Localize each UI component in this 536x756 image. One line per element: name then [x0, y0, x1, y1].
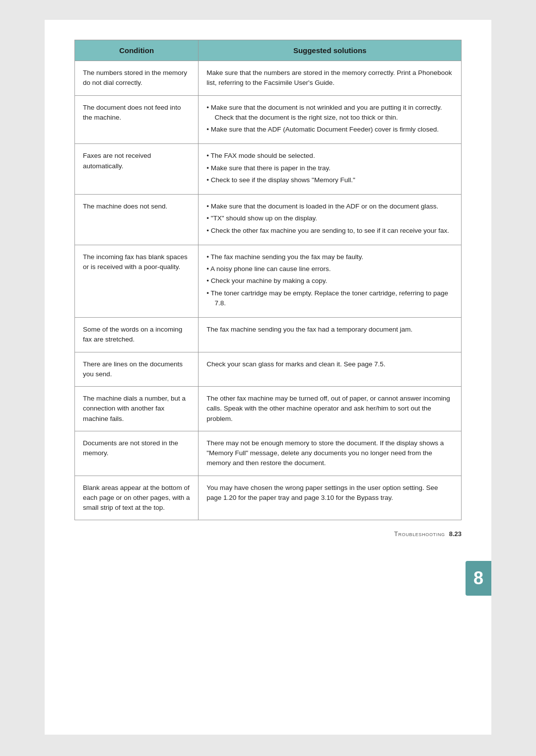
table-row-condition-3: The machine does not send.	[75, 195, 199, 245]
list-item: Make sure that the document is not wrink…	[206, 103, 453, 123]
list-item: A noisy phone line can cause line errors…	[206, 264, 453, 274]
table-row-condition-2: Faxes are not received automatically.	[75, 144, 199, 195]
list-item: Make sure that the document is loaded in…	[206, 202, 453, 211]
list-item: The FAX mode should be selected.	[206, 151, 453, 161]
col-condition-header: Condition	[75, 40, 199, 61]
footer-label: Troubleshooting	[394, 530, 445, 538]
list-item: Check the other fax machine you are send…	[206, 226, 453, 236]
table-row-condition-5: Some of the words on a incoming fax are …	[75, 318, 199, 352]
table-row-solution-6: Check your scan glass for marks and clea…	[199, 352, 462, 387]
table-row-condition-4: The incoming fax has blank spaces or is …	[75, 245, 199, 317]
table-row-solution-5: The fax machine sending you the fax had …	[199, 318, 462, 352]
chapter-tab: 8	[466, 561, 491, 596]
table-row-solution-4: The fax machine sending you the fax may …	[199, 245, 462, 317]
table-row-solution-0: Make sure that the numbers are stored in…	[199, 61, 462, 96]
list-item: The toner cartridge may be empty. Replac…	[206, 288, 453, 309]
table-row-solution-2: The FAX mode should be selected.Make sur…	[199, 144, 462, 195]
table-row-solution-3: Make sure that the document is loaded in…	[199, 195, 462, 245]
table-row-condition-0: The numbers stored in the memory do not …	[75, 61, 199, 96]
table-row-solution-1: Make sure that the document is not wrink…	[199, 95, 462, 144]
page: Condition Suggested solutions The number…	[45, 20, 491, 735]
table-row-condition-7: The machine dials a number, but a connec…	[75, 387, 199, 431]
list-item: Check to see if the display shows "Memor…	[206, 175, 453, 185]
footer-page: 8.23	[449, 530, 462, 538]
list-item: The fax machine sending you the fax may …	[206, 252, 453, 262]
list-item: Make sure that the ADF (Automatic Docume…	[206, 125, 453, 135]
page-footer: Troubleshooting 8.23	[74, 530, 462, 538]
table-row-solution-8: There may not be enough memory to store …	[199, 431, 462, 476]
col-solutions-header: Suggested solutions	[199, 40, 462, 61]
list-item: Check your machine by making a copy.	[206, 276, 453, 286]
table-row-solution-7: The other fax machine may be turned off,…	[199, 387, 462, 431]
table-row-condition-9: Blank areas appear at the bottom of each…	[75, 476, 199, 520]
table-row-solution-9: You may have chosen the wrong paper sett…	[199, 476, 462, 520]
table-row-condition-6: There are lines on the documents you sen…	[75, 352, 199, 387]
list-item: Make sure that there is paper in the tra…	[206, 163, 453, 173]
table-row-condition-8: Documents are not stored in the memory.	[75, 431, 199, 476]
table-row-condition-1: The document does not feed into the mach…	[75, 95, 199, 144]
list-item: "TX" should show up on the display.	[206, 213, 453, 223]
troubleshooting-table: Condition Suggested solutions The number…	[74, 40, 462, 520]
